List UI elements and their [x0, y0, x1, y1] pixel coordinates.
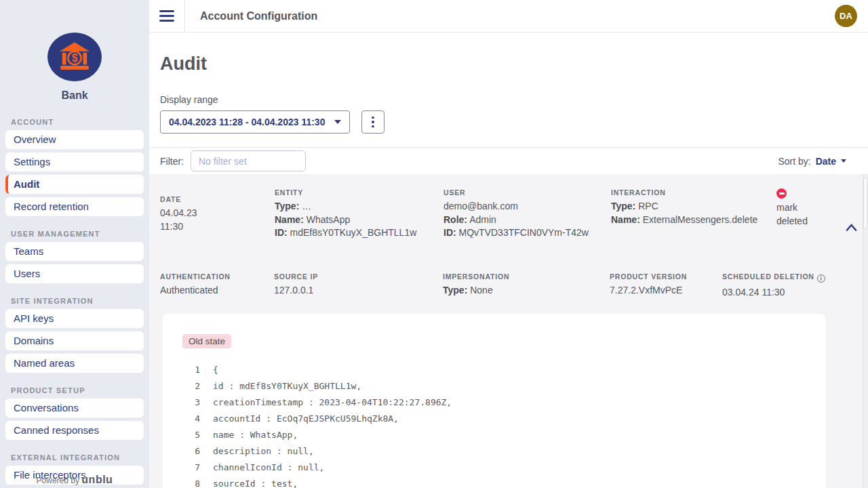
record-product-version: PRODUCT VERSION 7.27.2.VxfMvPcE — [610, 272, 722, 300]
scheduled-deletion-value: 03.04.24 11:30 — [722, 286, 857, 300]
avatar[interactable]: DA — [835, 5, 857, 27]
interaction-label: INTERACTION — [611, 188, 776, 197]
brand-name: Bank — [0, 89, 149, 102]
code-line: 1{ — [182, 361, 809, 378]
mark-deleted-text-1: mark — [776, 201, 838, 215]
old-state-code: 1{ 2id : mdEf8sY0TKuyX_BGHTLL1w, 3creati… — [182, 361, 809, 488]
record-user: USER demo@bank.com Role: Admin ID: MQvTV… — [443, 188, 611, 240]
scrollbar-thumb[interactable] — [863, 178, 867, 229]
sidebar-item-overview[interactable]: Overview — [5, 130, 144, 149]
sidebar-item-canned-responses[interactable]: Canned responses — [5, 421, 144, 440]
svg-text:$: $ — [72, 52, 78, 64]
source-ip-label: SOURCE IP — [274, 272, 443, 281]
section-label-user-management: USER MANAGEMENT — [11, 230, 138, 238]
entity-label: ENTITY — [275, 188, 443, 197]
record-authentication: AUTHENTICATION Authenticated — [160, 272, 274, 300]
sidebar-item-conversations[interactable]: Conversations — [5, 399, 144, 418]
hamburger-menu-icon[interactable] — [149, 0, 185, 33]
interaction-type: RPC — [638, 201, 658, 211]
page-content: Audit Display range 04.04.2023 11:28 - 0… — [149, 33, 868, 488]
topbar-title: Account Configuration — [200, 10, 317, 22]
filter-input[interactable] — [191, 150, 306, 171]
chevron-down-icon — [841, 159, 846, 163]
code-line: 8sourceId : test, — [182, 475, 809, 488]
sidebar-item-users[interactable]: Users — [5, 264, 144, 283]
old-state-card: Old state 1{ 2id : mdEf8sY0TKuyX_BGHTLL1… — [163, 314, 825, 488]
filter-row: Filter: Sort by: Date — [149, 147, 868, 174]
sort-by-dropdown[interactable]: Sort by: Date — [778, 156, 846, 167]
user-id: MQvTVD33TFCIN0VYm-T42w — [459, 227, 589, 238]
display-range-select[interactable]: 04.04.2023 11:28 - 04.04.2023 11:30 — [160, 110, 350, 134]
user-role: Admin — [469, 214, 496, 225]
app-window: $ Bank ACCOUNT Overview Settings Audit R… — [0, 0, 868, 488]
code-line: 2id : mdEf8sY0TKuyX_BGHTLL1w, — [182, 378, 809, 394]
display-range-label: Display range — [160, 94, 857, 105]
record-scheduled-deletion: SCHEDULED DELETIONi 03.04.24 11:30 — [722, 272, 857, 300]
authentication-label: AUTHENTICATION — [160, 272, 274, 281]
record-entity: ENTITY Type: … Name: WhatsApp ID: mdEf8s… — [275, 188, 443, 240]
code-line: 5name : WhatsApp, — [182, 426, 809, 443]
powered-by-label: Powered by — [37, 476, 79, 485]
page-head: Audit Display range 04.04.2023 11:28 - 0… — [149, 33, 868, 134]
mark-deleted-icon — [776, 188, 787, 199]
entity-name: WhatsApp — [307, 214, 351, 225]
sidebar-item-settings[interactable]: Settings — [5, 152, 144, 171]
display-range-row: 04.04.2023 11:28 - 04.04.2023 11:30 — [160, 110, 857, 134]
impersonation-value: None — [470, 285, 492, 296]
unblu-logo[interactable]: unblu — [81, 474, 113, 485]
source-ip-value: 127.0.0.1 — [274, 284, 443, 298]
mark-deleted-text-2: deleted — [776, 215, 838, 228]
section-label-account: ACCOUNT — [11, 118, 138, 126]
display-range-value: 04.04.2023 11:28 - 04.04.2023 11:30 — [169, 117, 325, 127]
scheduled-deletion-label: SCHEDULED DELETIONi — [722, 272, 857, 283]
date-label: DATE — [160, 195, 275, 203]
section-label-product-setup: PRODUCT SETUP — [11, 386, 138, 394]
kebab-menu-button[interactable] — [361, 110, 384, 134]
product-version-label: PRODUCT VERSION — [610, 272, 722, 281]
record-source-ip: SOURCE IP 127.0.0.1 — [274, 272, 443, 300]
sidebar-item-named-areas[interactable]: Named areas — [5, 354, 144, 373]
info-icon[interactable]: i — [817, 274, 825, 283]
product-version-value: 7.27.2.VxfMvPcE — [610, 284, 722, 298]
record-interaction: INTERACTION Type: RPC Name: ExternalMess… — [611, 188, 776, 240]
interaction-name: ExternalMessengers.delete — [643, 214, 758, 225]
collapse-record-button[interactable] — [846, 224, 857, 231]
sidebar-item-api-keys[interactable]: API keys — [5, 309, 144, 328]
record-impersonation: IMPERSONATION Type: None — [443, 272, 610, 300]
sidebar-item-audit[interactable]: Audit — [5, 175, 144, 194]
entity-id: mdEf8sY0TKuyX_BGHTLL1w — [290, 227, 417, 238]
chevron-down-icon — [334, 120, 341, 124]
record-summary-row: DATE 04.04.23 11:30 ENTITY Type: … Name:… — [160, 174, 857, 240]
audit-record: DATE 04.04.23 11:30 ENTITY Type: … Name:… — [149, 174, 868, 488]
record-date: DATE 04.04.23 11:30 — [160, 188, 275, 240]
section-label-site-integration: SITE INTEGRATION — [11, 297, 138, 305]
bank-building-icon: $ — [58, 40, 92, 74]
sidebar-item-record-retention[interactable]: Record retention — [5, 197, 144, 216]
sidebar-nav: ACCOUNT Overview Settings Audit Record r… — [0, 118, 149, 488]
powered-by: Powered by unblu — [0, 474, 149, 486]
page-title: Audit — [160, 54, 857, 75]
chevron-up-icon — [846, 224, 857, 231]
sidebar-item-teams[interactable]: Teams — [5, 242, 144, 261]
scrollbar-track[interactable] — [863, 174, 868, 488]
old-state-badge: Old state — [182, 334, 231, 348]
record-mark-deleted: mark deleted — [776, 188, 838, 240]
sidebar-item-domains[interactable]: Domains — [5, 331, 144, 350]
authentication-value: Authenticated — [160, 284, 274, 298]
record-detail-row: AUTHENTICATION Authenticated SOURCE IP 1… — [160, 272, 857, 300]
topbar: Account Configuration DA — [149, 0, 868, 33]
user-label: USER — [443, 188, 611, 197]
section-label-external-integration: EXTERNAL INTEGRATION — [11, 453, 138, 462]
filter-label: Filter: — [160, 156, 184, 167]
code-line: 4accountId : EcOq7qEJSPKcU59LhqZk8A, — [182, 410, 809, 426]
date-time: 11:30 — [160, 220, 275, 234]
sort-by-value: Date — [816, 156, 836, 167]
main-panel: Account Configuration DA Audit Display r… — [149, 0, 868, 488]
bank-logo: $ — [47, 33, 102, 81]
code-line: 7channelIconId : null, — [182, 459, 809, 475]
user-email: demo@bank.com — [443, 200, 611, 214]
entity-type: … — [302, 201, 311, 211]
impersonation-label: IMPERSONATION — [443, 272, 610, 281]
sidebar: $ Bank ACCOUNT Overview Settings Audit R… — [0, 0, 149, 488]
code-line: 6description : null, — [182, 443, 809, 459]
